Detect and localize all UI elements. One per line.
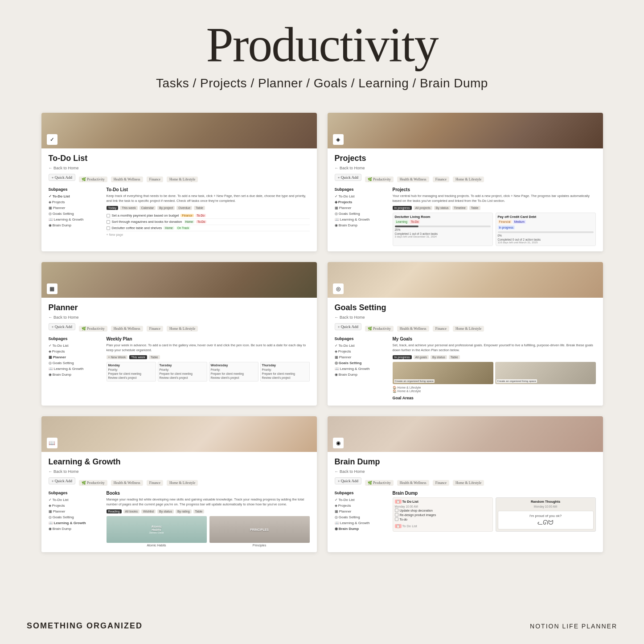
task-checkbox-3[interactable] — [107, 226, 110, 230]
learn-sub-todo[interactable]: ✓ To-Do List — [49, 497, 102, 503]
proj-filter-timeline[interactable]: Timeline — [452, 206, 468, 210]
subpage-goals[interactable]: ◎ Goals Setting — [49, 211, 102, 217]
goals-sub-planner[interactable]: ▦ Planner — [335, 354, 388, 360]
proj-filter-table[interactable]: Table — [469, 206, 480, 210]
goals-tab-home[interactable]: Home & Lifestyle — [453, 326, 484, 332]
learn-filter-status[interactable]: By status — [157, 509, 174, 513]
brain-check-2[interactable] — [395, 513, 398, 517]
proj-tab-home[interactable]: Home & Lifestyle — [453, 176, 484, 182]
task-checkbox-2[interactable] — [107, 220, 110, 224]
filter-calendar[interactable]: Calendar — [139, 206, 156, 210]
goals-sub-brain[interactable]: ◉ Brain Dump — [335, 372, 388, 377]
goals-back[interactable]: ← Back to Home — [335, 315, 365, 320]
goals-quick-add[interactable]: + Quick Add — [335, 323, 362, 330]
goals-filter-status[interactable]: By status — [431, 355, 447, 359]
filter-table[interactable]: Table — [194, 206, 205, 210]
learn-filter-wishlist[interactable]: Wishlist — [141, 509, 156, 513]
learn-sub-brain[interactable]: ◉ Brain Dump — [49, 526, 102, 532]
todo-tab-home[interactable]: Home & Lifestyle — [167, 176, 198, 182]
plan-sub-todo[interactable]: ✓ To-Do List — [49, 343, 102, 349]
task-checkbox-1[interactable] — [107, 214, 110, 217]
proj-tab-finance[interactable]: Finance — [433, 176, 449, 182]
plan-sub-goals[interactable]: ◎ Goals Setting — [49, 360, 102, 366]
learn-tab-home[interactable]: Home & Lifestyle — [167, 480, 198, 486]
goals-sub-goals[interactable]: ◎ Goals Setting — [335, 360, 388, 366]
goals-filter-table[interactable]: Table — [449, 355, 460, 359]
goals-sub-learning[interactable]: 📖 Learning & Growth — [335, 366, 388, 372]
proj-sub-todo[interactable]: ✓ To-Do List — [335, 193, 388, 199]
learn-filter-rating[interactable]: By rating — [176, 509, 192, 513]
brain-back[interactable]: ← Back to Home — [335, 469, 365, 474]
learning-quick-add[interactable]: + Quick Add — [49, 477, 76, 484]
plan-tab-prod[interactable]: 🌿 Productivity — [79, 326, 107, 332]
proj-tab-productivity[interactable]: 🌿 Productivity — [365, 176, 394, 182]
filter-project[interactable]: By project — [157, 206, 175, 210]
todo-back[interactable]: ← Back to Home — [49, 166, 79, 170]
proj-sub-goals[interactable]: ◎ Goals Setting — [335, 211, 388, 217]
learn-sub-planner[interactable]: ▦ Planner — [49, 509, 102, 514]
plan-tab-finance[interactable]: Finance — [147, 326, 163, 332]
brain-sub-todo[interactable]: ✓ To-Do List — [335, 497, 388, 503]
learn-sub-projects[interactable]: ◈ Projects — [49, 503, 102, 509]
proj-filter-status[interactable]: By status — [434, 206, 451, 210]
brain-sub-brain[interactable]: ◉ Brain Dump — [335, 526, 388, 532]
brain-check-3[interactable] — [395, 517, 398, 521]
subpage-planner[interactable]: ▦ Planner — [49, 205, 102, 211]
projects-back[interactable]: ← Back to Home — [335, 166, 365, 170]
plan-tab-health[interactable]: Health & Wellness — [111, 326, 143, 332]
brain-sub-planner[interactable]: ▦ Planner — [335, 509, 388, 514]
brain-sub-projects[interactable]: ◈ Projects — [335, 503, 388, 509]
planner-quick-add[interactable]: + Quick Add — [49, 323, 76, 330]
learn-tab-health[interactable]: Health & Wellness — [111, 480, 143, 486]
proj-sub-projects[interactable]: ◈ Projects — [335, 199, 388, 205]
plan-sub-brain[interactable]: ◉ Brain Dump — [49, 372, 102, 377]
goals-tab-health[interactable]: Health & Wellness — [397, 326, 429, 332]
todo-tab-productivity[interactable]: 🌿 Productivity — [79, 176, 107, 182]
plan-sub-learning[interactable]: 📖 Learning & Growth — [49, 366, 102, 372]
planner-back[interactable]: ← Back to Home — [49, 315, 79, 320]
projects-quick-add[interactable]: + Quick Add — [335, 174, 362, 181]
proj-sub-planner[interactable]: ▦ Planner — [335, 205, 388, 211]
learn-tab-finance[interactable]: Finance — [147, 480, 163, 486]
goals-tab-finance[interactable]: Finance — [433, 326, 449, 332]
todo-tab-finance[interactable]: Finance — [147, 176, 163, 182]
learn-sub-learning[interactable]: 📖 Learning & Growth — [49, 520, 102, 526]
brain-sub-goals[interactable]: ◎ Goals Setting — [335, 514, 388, 520]
brain-tab-prod[interactable]: 🌿 Productivity — [365, 480, 394, 486]
brain-tab-finance[interactable]: Finance — [433, 480, 449, 486]
plan-tab-home[interactable]: Home & Lifestyle — [167, 326, 198, 332]
brain-tab-home[interactable]: Home & Lifestyle — [453, 480, 484, 486]
filter-overdue[interactable]: Overdue — [176, 206, 192, 210]
todo-tab-health[interactable]: Health & Wellness — [111, 176, 143, 182]
subpage-projects[interactable]: ◈ Projects — [49, 199, 102, 205]
learn-tab-prod[interactable]: 🌿 Productivity — [79, 480, 107, 486]
learn-filter-table[interactable]: Table — [193, 509, 205, 513]
plan-filter-new[interactable]: + New Week — [107, 355, 128, 359]
goals-sub-projects[interactable]: ◈ Projects — [335, 349, 388, 354]
proj-tab-health[interactable]: Health & Wellness — [397, 176, 429, 182]
proj-sub-brain[interactable]: ◉ Brain Dump — [335, 222, 388, 228]
new-page-hint[interactable]: + New page — [107, 233, 310, 236]
learning-back[interactable]: ← Back to Home — [49, 469, 79, 474]
brain-sub-learning[interactable]: 📖 Learning & Growth — [335, 520, 388, 526]
plan-filter-thisweek[interactable]: This week — [129, 355, 147, 359]
proj-filter-all[interactable]: All projects — [414, 206, 432, 210]
brain-check-1[interactable] — [395, 509, 398, 512]
proj-sub-learning[interactable]: 📖 Learning & Growth — [335, 217, 388, 222]
proj-filter-inprogress[interactable]: In progress — [393, 206, 412, 210]
filter-today[interactable]: Today — [107, 206, 119, 210]
subpage-todo[interactable]: ✓ To-Do List — [49, 193, 102, 199]
brain-quick-add[interactable]: + Quick Add — [335, 477, 362, 484]
plan-sub-projects[interactable]: ◈ Projects — [49, 349, 102, 354]
goals-filter-all[interactable]: All goals — [414, 355, 429, 359]
todo-quick-add[interactable]: + Quick Add — [49, 174, 76, 181]
learn-filter-reading[interactable]: Reading — [107, 509, 122, 513]
goals-filter-inprog[interactable]: In progress — [393, 355, 412, 359]
learn-filter-all[interactable]: All books — [123, 509, 139, 513]
plan-sub-planner[interactable]: ▦ Planner — [49, 354, 102, 360]
plan-filter-table[interactable]: Table — [149, 355, 160, 359]
learn-sub-goals[interactable]: ◎ Goals Setting — [49, 514, 102, 520]
brain-tab-health[interactable]: Health & Wellness — [397, 480, 429, 486]
goals-sub-todo[interactable]: ✓ To-Do List — [335, 343, 388, 349]
subpage-learning[interactable]: 📖 Learning & Growth — [49, 217, 102, 222]
